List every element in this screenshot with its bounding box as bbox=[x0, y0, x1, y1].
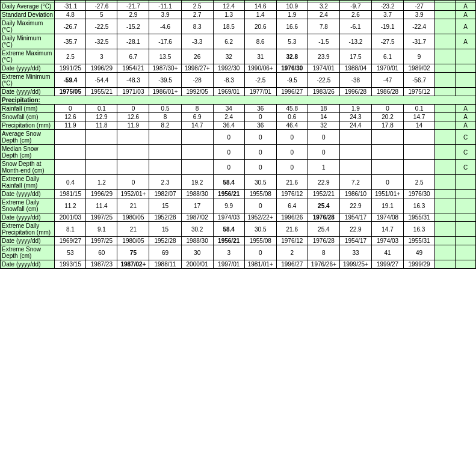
data-cell bbox=[455, 260, 475, 269]
data-cell bbox=[435, 49, 456, 64]
data-cell: 1976/28 bbox=[308, 213, 339, 222]
data-cell: 1952/21 bbox=[308, 190, 339, 198]
data-cell bbox=[339, 160, 371, 175]
data-cell: 14.6 bbox=[244, 2, 276, 11]
data-cell: 19.1 bbox=[372, 198, 404, 213]
data-cell: 1986/01+ bbox=[149, 88, 181, 96]
data-cell bbox=[55, 145, 86, 160]
data-cell: 0 bbox=[213, 130, 244, 145]
data-cell bbox=[435, 190, 456, 198]
data-cell: 1975/05 bbox=[55, 88, 86, 96]
data-cell: -27 bbox=[404, 2, 435, 11]
data-cell: 31 bbox=[244, 49, 276, 64]
data-cell bbox=[117, 130, 149, 145]
data-cell: 1999/29 bbox=[404, 260, 435, 269]
data-cell: 17.8 bbox=[372, 121, 404, 130]
row-label: Daily Minimum (°C) bbox=[1, 34, 55, 49]
data-cell: -17.6 bbox=[149, 34, 181, 49]
data-cell bbox=[435, 105, 456, 113]
data-cell: 10.9 bbox=[276, 2, 308, 11]
data-cell: 6.4 bbox=[276, 198, 308, 213]
data-cell: -28 bbox=[181, 73, 213, 88]
data-cell bbox=[86, 160, 117, 175]
data-cell bbox=[181, 145, 213, 160]
data-cell: 30.2 bbox=[181, 222, 213, 237]
data-cell: 1999/27 bbox=[372, 260, 404, 269]
data-cell bbox=[435, 130, 456, 145]
data-cell: 0.5 bbox=[149, 105, 181, 113]
data-cell: 2.9 bbox=[117, 11, 149, 19]
data-cell: 1955/21 bbox=[86, 88, 117, 96]
data-cell: 14.7 bbox=[372, 222, 404, 237]
data-cell: 11.2 bbox=[55, 198, 86, 213]
row-label: Extreme Minimum (°C) bbox=[1, 73, 55, 88]
data-cell: 2.3 bbox=[149, 175, 181, 190]
data-cell bbox=[435, 213, 456, 222]
data-cell: 0 bbox=[276, 130, 308, 145]
data-cell bbox=[455, 73, 475, 88]
data-cell: 8 bbox=[181, 105, 213, 113]
data-cell: 6.2 bbox=[213, 34, 244, 49]
data-cell: 0 bbox=[308, 130, 339, 145]
data-cell: 8.6 bbox=[244, 34, 276, 49]
data-cell: 1.9 bbox=[339, 105, 371, 113]
data-cell: 8 bbox=[308, 245, 339, 260]
data-cell: 1974/01 bbox=[308, 64, 339, 73]
data-cell: 3.7 bbox=[372, 11, 404, 19]
data-cell: 3 bbox=[213, 245, 244, 260]
data-cell: 23.9 bbox=[308, 49, 339, 64]
data-cell: 8.1 bbox=[55, 222, 86, 237]
data-cell: -35.7 bbox=[55, 34, 86, 49]
data-cell: 6.9 bbox=[181, 113, 213, 121]
data-cell: 1955/31 bbox=[404, 237, 435, 245]
data-cell: 18 bbox=[308, 105, 339, 113]
data-cell: 1.2 bbox=[86, 175, 117, 190]
data-cell: 1 bbox=[308, 160, 339, 175]
section-header: Precipitation: bbox=[1, 96, 476, 105]
data-cell: 53 bbox=[55, 245, 86, 260]
data-cell: 0 bbox=[244, 198, 276, 213]
data-cell bbox=[435, 64, 456, 73]
data-cell bbox=[372, 160, 404, 175]
data-cell: 2.4 bbox=[308, 11, 339, 19]
data-cell: 21 bbox=[117, 198, 149, 213]
data-cell: -19.1 bbox=[372, 19, 404, 34]
data-cell: -13.2 bbox=[339, 34, 371, 49]
data-cell: 36.4 bbox=[213, 121, 244, 130]
data-cell: 25.4 bbox=[308, 222, 339, 237]
data-cell: 1999/25+ bbox=[339, 260, 371, 269]
data-cell: 2.4 bbox=[213, 113, 244, 121]
data-cell: 8.2 bbox=[149, 121, 181, 130]
data-cell bbox=[435, 145, 456, 160]
data-cell: -21.7 bbox=[117, 2, 149, 11]
data-cell: 32 bbox=[213, 49, 244, 64]
data-cell bbox=[149, 160, 181, 175]
data-cell: 0 bbox=[213, 160, 244, 175]
data-cell: 32.8 bbox=[276, 49, 308, 64]
data-cell: 1952/22+ bbox=[244, 213, 276, 222]
data-cell: 1998/27+ bbox=[181, 64, 213, 73]
data-cell: -22.4 bbox=[404, 19, 435, 34]
data-cell bbox=[55, 130, 86, 145]
data-cell bbox=[455, 88, 475, 96]
data-cell: 45.8 bbox=[276, 105, 308, 113]
data-cell: 3.9 bbox=[149, 11, 181, 19]
data-cell: 1956/21 bbox=[213, 190, 244, 198]
data-cell: 2.5 bbox=[55, 49, 86, 64]
data-cell: 60 bbox=[86, 245, 117, 260]
data-cell: -27.5 bbox=[372, 34, 404, 49]
data-cell: 1969/01 bbox=[213, 88, 244, 96]
data-cell: 1997/25 bbox=[86, 237, 117, 245]
data-cell: -15.2 bbox=[117, 19, 149, 34]
data-cell: -27.6 bbox=[86, 2, 117, 11]
data-cell: 1988/11 bbox=[149, 260, 181, 269]
data-cell: 16.6 bbox=[276, 19, 308, 34]
data-cell bbox=[435, 34, 456, 49]
data-cell bbox=[339, 130, 371, 145]
data-cell: 1952/01+ bbox=[117, 190, 149, 198]
data-cell: 14.7 bbox=[181, 121, 213, 130]
data-cell: A bbox=[455, 11, 475, 19]
data-cell: 1986/28 bbox=[372, 88, 404, 96]
data-cell: 2.5 bbox=[181, 2, 213, 11]
data-cell: 1974/08 bbox=[372, 213, 404, 222]
